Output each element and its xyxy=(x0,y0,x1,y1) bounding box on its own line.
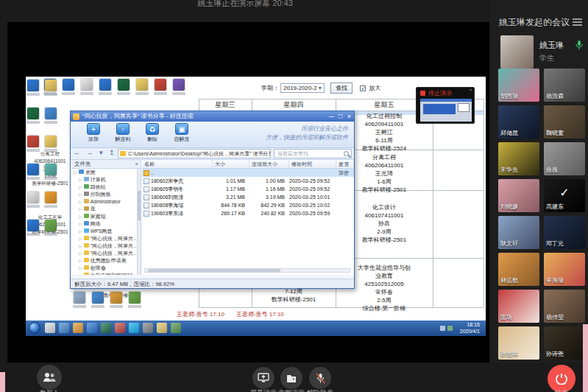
participant-video[interactable]: 郑储昆 xyxy=(498,105,539,139)
participant-video[interactable]: 耿文轩 xyxy=(498,216,539,249)
zoom-checkbox[interactable]: ✓ xyxy=(360,85,366,91)
column-header[interactable]: 压缩后大小 xyxy=(249,160,289,169)
toolbar-button-2[interactable]: ↑解压到 xyxy=(110,123,135,143)
column-header[interactable]: 修改时间 xyxy=(289,160,336,169)
participant-video[interactable]: 鞠晓萱 xyxy=(544,105,585,139)
taskbar-app-icon[interactable] xyxy=(45,323,55,333)
column-header[interactable]: 名称 xyxy=(142,160,213,169)
desktop-icon[interactable] xyxy=(155,79,166,91)
participant-video[interactable]: ✓高建东 xyxy=(544,179,585,212)
find-button[interactable]: 查找 xyxy=(330,83,353,94)
taskbar-app-icon[interactable] xyxy=(73,323,83,333)
tree-expand-icon[interactable]: ▷ xyxy=(74,170,77,175)
participant-video[interactable]: 孙诗尧 xyxy=(544,326,585,360)
unmute-button[interactable] xyxy=(309,367,331,389)
desktop-icon[interactable] xyxy=(74,292,85,304)
tray-clock[interactable]: 18:15 2020/4/1 xyxy=(460,322,480,335)
tree-expand-icon[interactable]: ▷ xyxy=(79,273,82,275)
tree-item[interactable]: ▷Administrator xyxy=(72,198,141,206)
participants-button[interactable] xyxy=(37,365,62,390)
tree-item[interactable]: ▷控制面板 xyxy=(72,191,141,198)
tree-expand-icon[interactable]: ▷ xyxy=(79,266,82,270)
participant-video[interactable]: 李海瑞 xyxy=(544,253,585,286)
desktop-icon[interactable] xyxy=(63,79,74,91)
participant-video[interactable]: 邓丁元 xyxy=(544,216,585,249)
tree-item[interactable]: ▷桌面 xyxy=(72,169,141,176)
file-row[interactable]: 190603李东泽269.17 KB240.82 KB2020-03-25 09… xyxy=(142,209,354,217)
desktop-icon[interactable] xyxy=(92,292,104,304)
desktop-icon[interactable] xyxy=(45,108,57,119)
tree-item[interactable]: ▷化学工程学院2019… xyxy=(72,272,141,275)
desktop-icon[interactable] xyxy=(27,192,39,203)
taskbar-app-icon[interactable] xyxy=(171,323,181,333)
taskbar-app-icon[interactable] xyxy=(143,323,153,333)
participant-video[interactable]: 匡玚 xyxy=(498,290,539,323)
desktop-icon[interactable] xyxy=(27,220,39,231)
tree-expand-icon[interactable]: ▷ xyxy=(79,178,82,182)
system-tray[interactable]: 18:15 2020/4/1 xyxy=(439,321,484,335)
tree-expand-icon[interactable]: ▷ xyxy=(79,229,82,234)
horizontal-scrollbar[interactable] xyxy=(144,268,350,273)
tree-expand-icon[interactable]: ▷ xyxy=(79,237,82,241)
participant-video[interactable]: 宋争先 xyxy=(498,142,539,175)
tree-expand-icon[interactable]: ▷ xyxy=(79,244,82,248)
tree-item[interactable]: ▷WPS网盘 xyxy=(72,228,141,235)
tree-item[interactable]: ▷“同心抗疫，同屏共… xyxy=(72,242,141,250)
term-select[interactable]: 2019-2020-2 ▾ xyxy=(280,83,325,93)
file-row[interactable]: .. xyxy=(142,169,354,177)
desktop-icon[interactable] xyxy=(129,292,141,304)
featured-participant[interactable]: 姚玉琳 学生 xyxy=(500,35,583,69)
tree-item[interactable]: ▷回收站 xyxy=(72,183,141,191)
taskbar-app-icon[interactable] xyxy=(87,323,97,333)
desktop-icon[interactable] xyxy=(118,79,130,91)
toolbar-button-1[interactable]: +添加 xyxy=(81,123,106,143)
tree-item[interactable]: ▷网络 xyxy=(72,220,141,228)
desktop-icon[interactable] xyxy=(81,79,93,91)
participant-video[interactable]: 林远航 xyxy=(498,253,539,286)
stop-share-button[interactable]: 停止演示 xyxy=(428,89,452,97)
toolbar-button-3[interactable]: ♻删除 xyxy=(140,123,165,143)
desktop-icon[interactable] xyxy=(45,220,57,231)
tree-expand-icon[interactable]: ▷ xyxy=(79,207,82,211)
desktop-icon[interactable] xyxy=(99,79,111,91)
tree-expand-icon[interactable]: ▷ xyxy=(79,185,82,189)
toolbar-button-4[interactable]: ▣自解压 xyxy=(169,123,194,143)
desktop-icon[interactable] xyxy=(45,192,57,203)
desktop-icon[interactable] xyxy=(136,79,148,91)
desktop-icon[interactable] xyxy=(27,164,39,175)
taskbar-app-icon[interactable] xyxy=(157,323,167,333)
panel-menu-icon[interactable] xyxy=(573,18,582,26)
haozip-titlebar[interactable]: “同心抗疫，同屏共享” 读书分享 - 好压压缩 ─ □ × xyxy=(71,111,354,122)
tree-item[interactable]: ▷计算机 xyxy=(72,176,141,183)
taskbar-app-icon[interactable] xyxy=(59,323,69,333)
taskbar-app-icon[interactable] xyxy=(101,323,111,333)
desktop-icon[interactable] xyxy=(110,292,122,304)
desktop-icon[interactable] xyxy=(45,80,57,91)
desktop-icon[interactable] xyxy=(27,136,39,147)
tree-expand-icon[interactable]: ▷ xyxy=(79,259,82,263)
file-list-header[interactable]: 名称大小压缩后大小修改时间是否加密 xyxy=(142,160,354,169)
taskbar-app-icon[interactable] xyxy=(129,323,139,333)
participant-video[interactable]: 孙世祥 xyxy=(498,326,539,360)
participant-video[interactable]: 杨浩森 xyxy=(544,69,585,102)
tree-expand-icon[interactable]: ▷ xyxy=(79,192,82,197)
participant-video[interactable]: 刘晓媛 xyxy=(498,179,539,212)
tree-scrollbar[interactable] xyxy=(137,169,141,275)
desktop-icon[interactable] xyxy=(27,108,39,119)
desktop-icon[interactable] xyxy=(27,80,39,91)
search-input[interactable]: 当前目录查找 xyxy=(274,149,352,158)
tree-expand-icon[interactable]: ▷ xyxy=(79,214,82,219)
participant-video[interactable]: 胡国瑞 xyxy=(498,69,539,102)
expand-icon[interactable]: ⌝ xyxy=(469,88,472,95)
desktop-icon[interactable] xyxy=(45,164,57,175)
taskbar-app-icon[interactable] xyxy=(115,323,125,333)
participant-video[interactable]: 杨佳莹 xyxy=(544,290,585,323)
desktop-icon[interactable] xyxy=(173,79,185,91)
file-row[interactable]: 180602宋争先1.01 MB1.00 MB2020-03-25 09:52 xyxy=(142,177,354,185)
tree-expand-icon[interactable]: ▷ xyxy=(79,222,82,226)
tree-item[interactable]: ▷家庭组 xyxy=(72,213,141,220)
close-icon[interactable]: × xyxy=(135,161,138,167)
tree-item[interactable]: ▷库 xyxy=(72,206,141,213)
start-button[interactable] xyxy=(29,322,40,334)
participant-video[interactable]: 曲薇 xyxy=(544,142,585,175)
